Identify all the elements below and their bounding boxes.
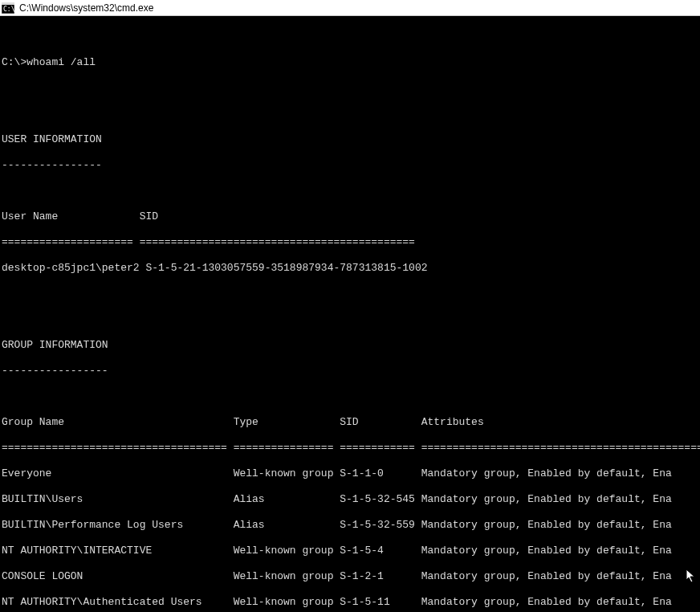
- mouse-cursor-icon: [686, 569, 697, 586]
- group-row: BUILTIN\Users Alias S-1-5-32-545 Mandato…: [2, 493, 700, 506]
- blank-line: [2, 313, 700, 326]
- group-info-header: GROUP INFORMATION: [2, 339, 700, 352]
- blank-line: [2, 390, 700, 403]
- group-row: BUILTIN\Performance Log Users Alias S-1-…: [2, 519, 700, 532]
- group-row: NT AUTHORITY\INTERACTIVE Well-known grou…: [2, 545, 700, 557]
- window-title-bar[interactable]: C:\ C:\Windows\system32\cmd.exe: [0, 0, 700, 16]
- user-columns: User Name SID: [2, 210, 700, 223]
- window-title-text: C:\Windows\system32\cmd.exe: [19, 2, 153, 14]
- blank-line: [2, 31, 700, 43]
- user-info-dashes: ----------------: [2, 159, 700, 172]
- group-row: Everyone Well-known group S-1-1-0 Mandat…: [2, 467, 700, 480]
- user-info-header: USER INFORMATION: [2, 133, 700, 146]
- terminal-output[interactable]: C:\>whoami /all USER INFORMATION -------…: [0, 16, 700, 612]
- svg-rect-1: [2, 2, 14, 5]
- group-row: NT AUTHORITY\Authenticated Users Well-kn…: [2, 596, 700, 609]
- svg-text:C:\: C:\: [3, 6, 14, 13]
- blank-line: [2, 108, 700, 120]
- cmd-icon: C:\: [2, 2, 14, 14]
- group-row: CONSOLE LOGON Well-known group S-1-2-1 M…: [2, 570, 700, 583]
- user-row: desktop-c85jpc1\peter2 S-1-5-21-13030575…: [2, 262, 700, 275]
- blank-line: [2, 185, 700, 198]
- command-prompt: C:\>whoami /all: [2, 56, 700, 69]
- group-columns-sep: ==================================== ===…: [2, 442, 700, 455]
- blank-line: [2, 82, 700, 95]
- group-info-dashes: -----------------: [2, 365, 700, 377]
- group-columns: Group Name Type SID Attributes: [2, 416, 700, 429]
- user-columns-sep: ===================== ==================…: [2, 236, 700, 249]
- blank-line: [2, 288, 700, 300]
